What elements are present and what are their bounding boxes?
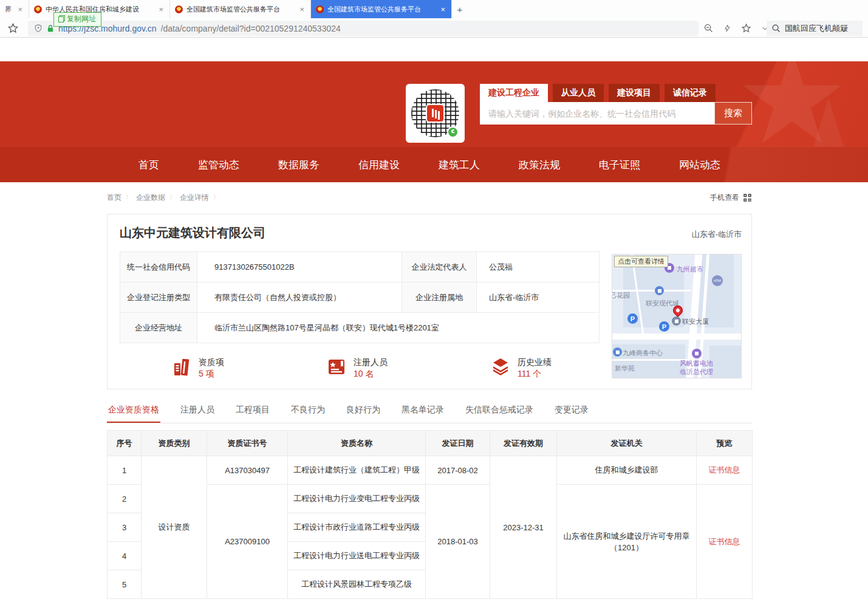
- keyword-search-input[interactable]: [480, 102, 714, 125]
- nav-item-news[interactable]: 网站动态: [679, 158, 720, 172]
- cell-name: 工程设计建筑行业（建筑工程）甲级: [288, 456, 426, 485]
- breadcrumb-home[interactable]: 首页: [107, 193, 121, 203]
- browser-tab-jzsc[interactable]: 全国建筑市场监管公共服务平台 ×: [170, 0, 311, 18]
- close-icon[interactable]: ×: [439, 5, 446, 13]
- copy-icon: [58, 16, 64, 22]
- company-info-table: 统一社会信用代码 91371302675501022B 企业法定代表人 公茂福 …: [120, 251, 600, 343]
- company-region: 山东省-临沂市: [692, 229, 742, 240]
- credit-code-value: 91371302675501022B: [197, 252, 402, 282]
- col-header-issue-date: 发证日期: [426, 431, 490, 456]
- authority-line2: （1201）: [557, 542, 696, 553]
- close-icon[interactable]: ×: [298, 5, 306, 13]
- tab-bad-behavior[interactable]: 不良行为: [290, 401, 326, 423]
- cell-name: 工程设计风景园林工程专项乙级: [288, 570, 426, 599]
- tab-title: 全国建筑市场监管公共服务平台: [186, 5, 295, 14]
- stat-label: 资质项: [199, 357, 224, 368]
- col-header-validity: 发证有效期: [490, 431, 557, 456]
- cell-authority: 山东省住房和城乡建设厅许可专用章 （1201）: [557, 485, 697, 599]
- stat-registered-personnel: 注册人员10 名: [326, 357, 388, 380]
- stat-value: 10 名: [354, 368, 388, 380]
- nav-item-credit[interactable]: 信用建设: [358, 158, 400, 172]
- breadcrumb-company-data[interactable]: 企业数据: [136, 193, 165, 203]
- col-header-no: 序号: [108, 431, 142, 456]
- wechat-qr-card: [406, 84, 465, 143]
- url-field[interactable]: https://jzsc.mohurd.gov.cn/data/company/…: [28, 21, 699, 36]
- location-map[interactable]: 点击可查看详情 九州超市 ATM 己花园 联安现代城 联安大厦 P P 九峰商务…: [612, 254, 742, 378]
- credit-code-label: 统一社会信用代码: [120, 252, 197, 282]
- nav-item-policy[interactable]: 政策法规: [519, 158, 560, 172]
- parking-marker-icon: P: [659, 321, 669, 332]
- breadcrumb-company-detail[interactable]: 企业详情: [180, 193, 209, 203]
- breadcrumb: 首页 〉 企业数据 〉 企业详情 〉 手机查看: [107, 191, 752, 204]
- search-button[interactable]: 搜索: [714, 102, 752, 125]
- company-stats: 资质项5 项 注册人员10 名 历史业绩111 个: [108, 353, 606, 387]
- nav-item-data[interactable]: 数据服务: [278, 158, 320, 172]
- star-decoration: [759, 98, 868, 147]
- zoom-out-icon[interactable]: [703, 23, 714, 33]
- map-label-supermarket: 九州超市: [677, 265, 703, 274]
- hot-search-box[interactable]: 国航回应飞机颠簸: [767, 21, 863, 36]
- browser-tab-partial[interactable]: 界 ×: [0, 0, 29, 18]
- reg-area-value: 山东省-临沂市: [477, 282, 600, 313]
- cell-cert-no: A237009100: [207, 485, 288, 599]
- atm-marker-icon: ATM: [712, 275, 723, 286]
- cell-no: 5: [108, 570, 142, 599]
- search-tab-enterprise[interactable]: 建设工程企业: [480, 84, 548, 102]
- favorite-star-icon[interactable]: [741, 23, 751, 33]
- shield-icon[interactable]: [34, 24, 43, 33]
- building-marker-icon: [655, 286, 664, 295]
- cell-no: 1: [108, 456, 142, 485]
- browser-chrome: 界 × 中华人民共和国住房和城乡建设 × 全国建筑市场监管公共服务平台 × 全国…: [0, 0, 868, 38]
- map-label-xinhua: 新华苑: [615, 364, 635, 373]
- lightning-icon[interactable]: [723, 23, 731, 33]
- tab-blacklist[interactable]: 黑名单记录: [400, 401, 445, 423]
- reg-type-value: 有限责任公司（自然人投资或控股）: [197, 282, 402, 313]
- tab-projects[interactable]: 工程项目: [234, 401, 271, 423]
- cell-no: 4: [108, 542, 142, 570]
- stat-label: 注册人员: [354, 357, 388, 368]
- bookmark-star-icon[interactable]: [7, 22, 19, 34]
- mobile-view-label[interactable]: 手机查看: [710, 193, 739, 203]
- breadcrumb-separator: 〉: [169, 193, 176, 202]
- browser-window: 界 × 中华人民共和国住房和城乡建设 × 全国建筑市场监管公共服务平台 × 全国…: [0, 0, 868, 605]
- map-label-battery-1: 风帆蓄电池: [680, 359, 713, 368]
- nav-item-license[interactable]: 电子证照: [599, 158, 640, 172]
- tab-strip: 界 × 中华人民共和国住房和城乡建设 × 全国建筑市场监管公共服务平台 × 全国…: [0, 0, 868, 18]
- cell-name: 工程设计市政行业道路工程专业丙级: [288, 513, 426, 542]
- company-detail-card: 山东中元建筑设计有限公司 山东省-临沂市 统一社会信用代码 9137130267…: [107, 214, 752, 389]
- search-tab-personnel[interactable]: 从业人员: [553, 84, 604, 102]
- hot-search-text: 国航回应飞机颠簸: [785, 23, 848, 34]
- col-header-preview: 预览: [697, 431, 753, 456]
- breadcrumb-separator: 〉: [213, 193, 219, 202]
- site-header: 中华人民共和国住房和城乡建设部www.mohurd.gov.cn 全国建筑市场监…: [0, 61, 868, 147]
- breadcrumb-separator: 〉: [126, 193, 132, 202]
- col-header-authority: 发证机关: [557, 431, 697, 456]
- search-tab-credit[interactable]: 诚信记录: [665, 84, 716, 102]
- stat-qualifications: 资质项5 项: [171, 357, 224, 380]
- cell-no: 2: [108, 485, 142, 513]
- close-icon[interactable]: ×: [157, 5, 165, 13]
- search-tab-project[interactable]: 建设项目: [609, 84, 660, 102]
- nav-item-supervision[interactable]: 监管动态: [198, 158, 239, 172]
- browser-tab-active[interactable]: 全国建筑市场监管公共服务平台 ×: [311, 0, 452, 18]
- building-marker-icon: [672, 316, 681, 326]
- qr-code-icon[interactable]: [743, 193, 752, 202]
- search-category-tabs: 建设工程企业 从业人员 建设项目 诚信记录: [480, 84, 752, 102]
- tab-qualifications[interactable]: 企业资质资格: [107, 401, 160, 423]
- nav-item-home[interactable]: 首页: [138, 158, 159, 172]
- tab-registered-personnel[interactable]: 注册人员: [179, 401, 216, 423]
- nav-item-workers[interactable]: 建筑工人: [439, 158, 480, 172]
- certificate-icon: [326, 357, 347, 377]
- site-favicon-icon: [175, 5, 183, 13]
- legal-rep-value: 公茂福: [477, 252, 600, 282]
- map-tooltip: 点击可查看详情: [614, 256, 668, 267]
- tab-good-behavior[interactable]: 良好行为: [345, 401, 381, 423]
- close-icon[interactable]: ×: [16, 5, 24, 13]
- certificate-info-link[interactable]: 证书信息: [709, 465, 740, 474]
- tab-change-records[interactable]: 变更记录: [553, 401, 590, 423]
- new-tab-button[interactable]: +: [452, 0, 468, 18]
- star-decoration: [740, 61, 844, 147]
- tab-dishonesty[interactable]: 失信联合惩戒记录: [464, 401, 535, 423]
- stat-history-performance: 历史业绩111 个: [490, 357, 552, 380]
- certificate-info-link[interactable]: 证书信息: [709, 537, 740, 546]
